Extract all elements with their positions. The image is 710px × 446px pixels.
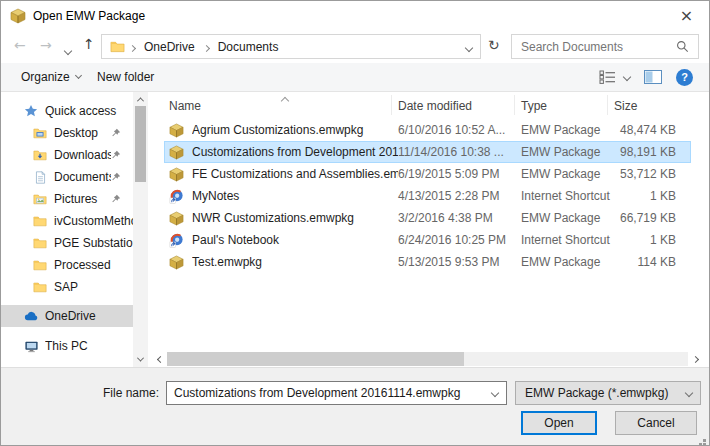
scroll-down-icon[interactable] bbox=[133, 353, 148, 366]
search-input[interactable]: Search Documents bbox=[511, 34, 699, 59]
file-type-select[interactable]: EMW Package (*.emwpkg) bbox=[515, 381, 701, 405]
view-controls: ? bbox=[599, 63, 709, 91]
sidebar-item-quick-access[interactable]: Quick access bbox=[1, 100, 133, 122]
internet-shortcut-icon bbox=[169, 233, 185, 248]
file-name-cell: Paul's Notebook bbox=[192, 233, 398, 247]
main-area: Quick access Desktop bbox=[1, 92, 709, 367]
file-size-cell: 114 KB bbox=[614, 255, 676, 269]
file-size-cell: 48,474 KB bbox=[614, 123, 676, 137]
sidebar-item-label: Documents bbox=[54, 170, 111, 184]
file-size-cell: 1 KB bbox=[614, 189, 676, 203]
help-button[interactable]: ? bbox=[676, 69, 693, 86]
file-type-cell: EMW Package bbox=[521, 255, 614, 269]
emw-package-icon bbox=[169, 211, 185, 226]
cancel-button[interactable]: Cancel bbox=[615, 411, 697, 435]
pictures-folder-icon bbox=[32, 192, 48, 206]
scrollbar-thumb[interactable] bbox=[167, 352, 464, 366]
organize-menu-button[interactable]: Organize bbox=[21, 63, 81, 91]
resize-grip[interactable] bbox=[703, 439, 706, 442]
close-button[interactable]: × bbox=[664, 1, 709, 30]
scroll-right-icon[interactable] bbox=[688, 352, 702, 366]
scrollbar-thumb[interactable] bbox=[135, 106, 146, 182]
open-button[interactable]: Open bbox=[521, 411, 597, 435]
organize-label: Organize bbox=[21, 70, 70, 84]
chevron-down-icon[interactable] bbox=[484, 390, 506, 396]
file-row[interactable]: NWR Customizations.emwpkg 3/2/2016 4:38 … bbox=[164, 207, 691, 229]
star-icon bbox=[23, 104, 39, 118]
scrollbar-track[interactable] bbox=[167, 352, 688, 366]
file-date-cell: 6/19/2015 5:09 PM bbox=[398, 167, 521, 181]
column-divider[interactable] bbox=[391, 95, 392, 115]
column-header-name[interactable]: Name bbox=[169, 99, 201, 113]
horizontal-scrollbar[interactable] bbox=[153, 352, 702, 366]
sidebar-item-onedrive[interactable]: OneDrive bbox=[1, 305, 133, 327]
preview-pane-button[interactable] bbox=[644, 70, 662, 84]
sidebar-item-sap[interactable]: SAP bbox=[1, 276, 133, 298]
sidebar-item-ivcustommethods[interactable]: ivCustomMethods bbox=[1, 210, 133, 232]
pin-icon bbox=[111, 128, 121, 138]
file-row[interactable]: FE Customizations and Assemblies.emwp...… bbox=[164, 163, 691, 185]
sidebar-item-pictures[interactable]: Pictures bbox=[1, 188, 133, 210]
file-size-cell: 1 KB bbox=[614, 233, 676, 247]
file-name-input[interactable]: Customizations from Development 20161114… bbox=[166, 381, 507, 405]
address-bar[interactable]: OneDrive Documents bbox=[101, 34, 481, 59]
refresh-button[interactable]: ↻ bbox=[488, 37, 500, 53]
file-row-selected[interactable]: Customizations from Development 2016... … bbox=[164, 141, 691, 163]
column-divider[interactable] bbox=[607, 95, 608, 115]
address-dropdown[interactable] bbox=[466, 40, 472, 54]
file-row[interactable]: Test.emwpkg 5/13/2015 9:53 PM EMW Packag… bbox=[164, 251, 691, 273]
forward-button[interactable]: → bbox=[40, 37, 52, 53]
file-date-cell: 5/13/2015 9:53 PM bbox=[398, 255, 521, 269]
column-header-size[interactable]: Size bbox=[614, 99, 637, 113]
list-header: Name Date modified Type Size bbox=[151, 92, 704, 119]
sidebar-item-processed[interactable]: Processed bbox=[1, 254, 133, 276]
search-placeholder: Search Documents bbox=[521, 40, 623, 54]
sidebar-item-pge-substations[interactable]: PGE Substations bbox=[1, 232, 133, 254]
scroll-left-icon[interactable] bbox=[153, 352, 167, 366]
chevron-down-icon bbox=[75, 72, 82, 79]
back-button[interactable]: ← bbox=[14, 37, 26, 53]
folder-icon bbox=[32, 258, 48, 272]
scroll-up-icon[interactable] bbox=[133, 93, 148, 106]
column-header-date-modified[interactable]: Date modified bbox=[398, 99, 472, 113]
column-header-type[interactable]: Type bbox=[521, 99, 547, 113]
file-date-cell: 3/2/2016 4:38 PM bbox=[398, 211, 521, 225]
sidebar-item-desktop[interactable]: Desktop bbox=[1, 122, 133, 144]
navigation-bar: ← → ↑ OneDrive Documents ↻ Search Docume… bbox=[1, 30, 709, 63]
change-view-button[interactable] bbox=[599, 70, 630, 84]
file-type-cell: Internet Shortcut bbox=[521, 233, 614, 247]
file-type-cell: EMW Package bbox=[521, 123, 614, 137]
pin-icon bbox=[111, 172, 121, 182]
new-folder-label: New folder bbox=[97, 70, 154, 84]
document-icon bbox=[32, 171, 48, 184]
search-icon[interactable] bbox=[676, 40, 689, 53]
file-row[interactable]: Agrium Customizations.emwpkg 6/10/2016 1… bbox=[164, 119, 691, 141]
breadcrumb-separator-icon bbox=[130, 40, 135, 54]
file-row[interactable]: MyNotes 4/13/2015 2:28 PM Internet Short… bbox=[164, 185, 691, 207]
title-bar: Open EMW Package × bbox=[1, 1, 709, 30]
file-row[interactable]: Paul's Notebook 6/24/2016 10:25 PM Inter… bbox=[164, 229, 691, 251]
breadcrumb-item-documents[interactable]: Documents bbox=[218, 40, 279, 54]
sidebar-item-this-pc[interactable]: This PC bbox=[1, 335, 133, 357]
chevron-down-icon[interactable] bbox=[678, 390, 700, 396]
breadcrumb-item-onedrive[interactable]: OneDrive bbox=[144, 40, 195, 54]
file-type-cell: EMW Package bbox=[521, 211, 614, 225]
file-date-cell: 4/13/2015 2:28 PM bbox=[398, 189, 521, 203]
sidebar-item-label: This PC bbox=[45, 339, 133, 353]
folder-icon bbox=[32, 214, 48, 228]
folder-icon bbox=[32, 236, 48, 250]
sidebar-item-documents[interactable]: Documents bbox=[1, 166, 133, 188]
file-date-cell: 6/24/2016 10:25 PM bbox=[398, 233, 521, 247]
column-divider[interactable] bbox=[514, 95, 515, 115]
file-name-cell: NWR Customizations.emwpkg bbox=[192, 211, 398, 225]
sidebar-scrollbar[interactable] bbox=[133, 92, 148, 367]
file-name-value: Customizations from Development 20161114… bbox=[174, 386, 484, 400]
new-folder-button[interactable]: New folder bbox=[97, 63, 154, 91]
recent-locations-dropdown[interactable] bbox=[65, 43, 71, 57]
chevron-down-icon bbox=[465, 43, 473, 51]
up-button[interactable]: ↑ bbox=[83, 36, 95, 52]
sidebar-item-label: Processed bbox=[54, 258, 133, 272]
sidebar-item-downloads[interactable]: Downloads bbox=[1, 144, 133, 166]
pin-icon bbox=[111, 194, 121, 204]
emw-package-icon bbox=[169, 255, 185, 270]
